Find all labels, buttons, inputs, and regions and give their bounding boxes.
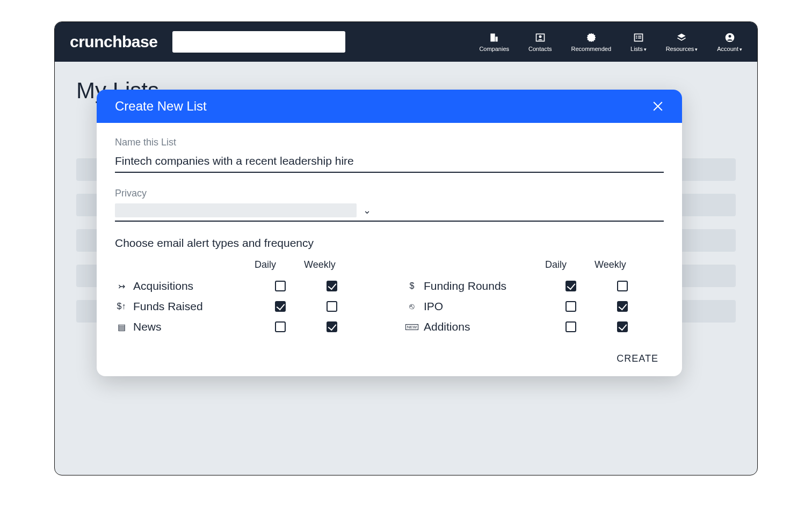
alert-label: Acquisitions <box>133 280 255 292</box>
chevron-down-icon: ▾ <box>695 47 698 52</box>
news-icon: ▤ <box>115 322 128 332</box>
alert-row-funds-raised: $↑ Funds Raised <box>115 296 373 317</box>
create-list-modal: Create New List Name this List Privacy ⌄… <box>97 90 682 376</box>
alerts-right-column: Daily Weekly $ Funding Rounds ⎋ IPO <box>405 259 664 337</box>
top-nav: Companies Contacts Recommended Lists▾ <box>479 32 742 52</box>
nav-account[interactable]: Account▾ <box>717 32 742 52</box>
svg-rect-8 <box>638 38 641 39</box>
nav-lists[interactable]: Lists▾ <box>630 32 647 52</box>
layers-icon <box>676 32 687 43</box>
alert-label: Funds Raised <box>133 300 255 313</box>
privacy-select[interactable] <box>115 203 357 217</box>
merge-icon: ↣ <box>115 281 128 291</box>
privacy-field-label: Privacy <box>115 188 664 199</box>
alert-row-additions: NEW Additions <box>405 317 664 337</box>
checkbox-news-weekly[interactable] <box>327 321 337 332</box>
chevron-down-icon: ▾ <box>740 47 742 52</box>
list-icon <box>633 32 644 43</box>
contact-card-icon <box>534 32 546 43</box>
list-name-input[interactable] <box>115 152 664 173</box>
alert-label: Funding Rounds <box>424 280 545 292</box>
account-circle-icon <box>724 32 736 43</box>
nav-label: Resources▾ <box>666 46 698 52</box>
svg-rect-6 <box>638 36 641 37</box>
svg-rect-7 <box>636 38 637 39</box>
alerts-left-column: Daily Weekly ↣ Acquisitions $↑ Funds Rai… <box>115 259 373 337</box>
col-header-daily: Daily <box>255 259 276 270</box>
alert-label: IPO <box>424 300 545 313</box>
nav-resources[interactable]: Resources▾ <box>666 32 698 52</box>
nav-label: Account▾ <box>717 46 742 52</box>
checkbox-acquisitions-daily[interactable] <box>275 281 286 291</box>
alert-row-funding-rounds: $ Funding Rounds <box>405 276 664 296</box>
alert-row-news: ▤ News <box>115 317 373 337</box>
modal-title: Create New List <box>115 99 207 114</box>
alerts-section-title: Choose email alert types and frequency <box>115 237 664 250</box>
app-frame: crunchbase Companies Contacts Recommende… <box>54 21 758 475</box>
checkbox-news-daily[interactable] <box>275 321 286 332</box>
dollar-up-icon: $↑ <box>115 302 128 311</box>
alert-row-acquisitions: ↣ Acquisitions <box>115 276 373 296</box>
share-icon: ⎋ <box>405 302 418 311</box>
svg-rect-1 <box>496 36 498 41</box>
new-badge-icon: NEW <box>405 324 418 330</box>
create-button[interactable]: CREATE <box>617 353 658 364</box>
chevron-down-icon: ▾ <box>644 47 647 52</box>
checkbox-funding-rounds-weekly[interactable] <box>617 281 628 291</box>
dollar-icon: $ <box>405 281 418 291</box>
svg-rect-0 <box>491 34 495 42</box>
checkbox-ipo-daily[interactable] <box>566 301 576 312</box>
checkbox-funding-rounds-daily[interactable] <box>566 281 576 291</box>
checkbox-funds-raised-weekly[interactable] <box>327 301 337 312</box>
page-area: My Lists Create New List Name this List … <box>55 62 757 475</box>
close-icon[interactable] <box>652 100 664 112</box>
top-bar: crunchbase Companies Contacts Recommende… <box>55 22 757 62</box>
alert-label: Additions <box>424 320 545 333</box>
checkbox-additions-daily[interactable] <box>566 321 576 332</box>
alert-row-ipo: ⎋ IPO <box>405 296 664 317</box>
nav-label: Recommended <box>571 46 611 52</box>
modal-header: Create New List <box>97 90 682 123</box>
building-icon <box>488 32 500 43</box>
nav-label: Lists▾ <box>630 46 647 52</box>
alert-label: News <box>133 320 255 333</box>
svg-rect-5 <box>636 36 637 37</box>
checkbox-ipo-weekly[interactable] <box>617 301 628 312</box>
checkbox-acquisitions-weekly[interactable] <box>327 281 337 291</box>
nav-label: Contacts <box>528 46 552 52</box>
checkbox-additions-weekly[interactable] <box>617 321 628 332</box>
nav-companies[interactable]: Companies <box>479 32 509 52</box>
name-field-label: Name this List <box>115 137 664 148</box>
checkbox-funds-raised-daily[interactable] <box>275 301 286 312</box>
nav-recommended[interactable]: Recommended <box>571 32 611 52</box>
col-header-daily: Daily <box>545 259 567 270</box>
brand-logo: crunchbase <box>70 33 157 51</box>
col-header-weekly: Weekly <box>304 259 336 270</box>
verified-badge-icon <box>585 32 597 43</box>
svg-point-10 <box>728 35 731 38</box>
svg-point-3 <box>539 35 541 38</box>
search-input[interactable] <box>172 31 345 53</box>
chevron-down-icon[interactable]: ⌄ <box>363 204 371 216</box>
nav-label: Companies <box>479 46 509 52</box>
nav-contacts[interactable]: Contacts <box>528 32 552 52</box>
alerts-grid: Daily Weekly ↣ Acquisitions $↑ Funds Rai… <box>115 259 664 337</box>
col-header-weekly: Weekly <box>595 259 626 270</box>
